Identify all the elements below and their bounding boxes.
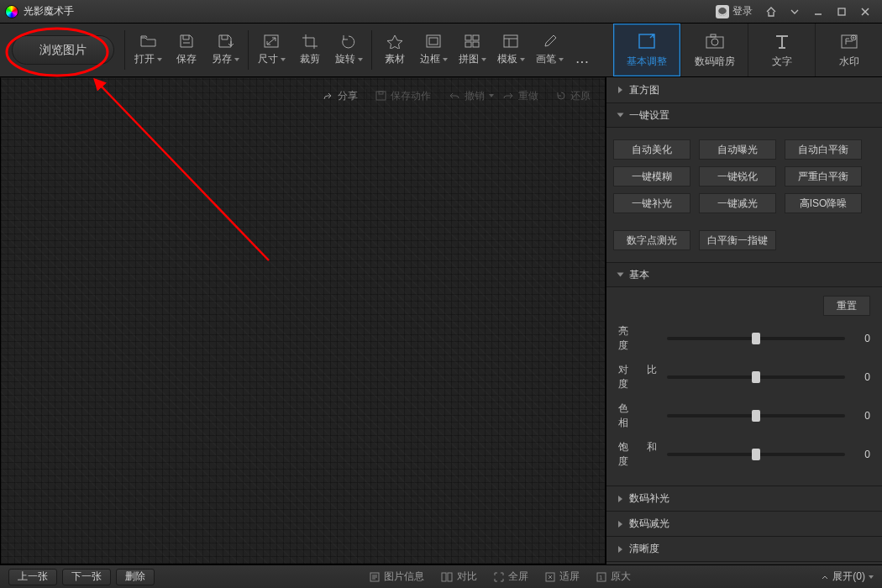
save-action-button[interactable]: 保存动作 — [375, 89, 431, 103]
fit-button[interactable]: 适屏 — [545, 570, 580, 584]
tab-basic-adjust[interactable]: 基本调整 — [613, 24, 680, 76]
slider-row-2: 色 相0 — [606, 396, 882, 435]
reset-button[interactable]: 重置 — [823, 296, 870, 316]
slider-value: 0 — [850, 449, 870, 460]
svg-rect-4 — [429, 38, 438, 45]
crop-icon — [302, 34, 318, 49]
app-title: 光影魔术手 — [24, 4, 74, 18]
section-histogram[interactable]: 直方图 — [606, 77, 882, 102]
login-button[interactable]: 登录 — [716, 4, 753, 18]
slider-row-0: 亮 度0 — [606, 319, 882, 358]
svg-rect-16 — [376, 92, 386, 100]
slider-value: 0 — [850, 410, 870, 422]
slider-label: 饱和度 — [618, 440, 662, 469]
slider-value: 0 — [850, 371, 870, 383]
slider-track[interactable] — [667, 453, 845, 456]
original-icon: 1 — [596, 572, 606, 582]
fullscreen-button[interactable]: 全屏 — [494, 570, 528, 584]
camera-icon — [705, 32, 725, 50]
redo-button[interactable]: 重做 — [502, 89, 538, 103]
section-digital-dim[interactable]: 数码减光 — [606, 511, 882, 536]
expand-button[interactable]: 展开(0) — [821, 570, 874, 584]
collage-button[interactable]: 拼图 — [453, 24, 491, 76]
oneclick-6[interactable]: 一键补光 — [613, 193, 690, 213]
section-sharpness[interactable]: 清晰度 — [606, 536, 882, 561]
oneclick-1[interactable]: 自动曝光 — [699, 139, 776, 160]
slider-track[interactable] — [667, 375, 845, 379]
watermark-icon — [839, 32, 859, 50]
svg-rect-20 — [448, 573, 452, 581]
collage-icon — [464, 34, 480, 49]
more-button[interactable]: ... — [569, 24, 597, 76]
oneclick-10[interactable]: 白平衡一指键 — [699, 230, 776, 250]
image-canvas[interactable] — [0, 77, 606, 564]
original-button[interactable]: 1原大 — [596, 570, 631, 584]
svg-rect-1 — [838, 8, 845, 15]
slider-thumb[interactable] — [752, 410, 760, 422]
crop-button[interactable]: 裁剪 — [291, 24, 329, 76]
slider-track[interactable] — [667, 337, 845, 340]
section-digital-fill[interactable]: 数码补光 — [606, 486, 882, 511]
size-button[interactable]: 尺寸 — [252, 24, 291, 76]
oneclick-9[interactable]: 数字点测光 — [613, 230, 690, 250]
svg-point-12 — [711, 39, 718, 45]
minimize-button[interactable] — [806, 3, 830, 21]
slider-thumb[interactable] — [752, 333, 760, 344]
open-button[interactable]: 打开 — [129, 24, 167, 76]
dropdown-button[interactable] — [783, 3, 806, 21]
browse-button[interactable]: 浏览图片 — [12, 35, 114, 65]
template-button[interactable]: 模板 — [491, 24, 530, 76]
image-info-button[interactable]: 图片信息 — [370, 570, 424, 584]
slider-label: 对比度 — [618, 363, 662, 391]
slider-value: 0 — [850, 333, 870, 344]
tab-darkroom[interactable]: 数码暗房 — [680, 24, 748, 76]
share-button[interactable]: 分享 — [322, 89, 358, 103]
svg-rect-6 — [473, 35, 479, 40]
svg-rect-8 — [473, 42, 479, 47]
disk-icon — [375, 91, 386, 101]
oneclick-7[interactable]: 一键减光 — [699, 193, 776, 213]
slider-track[interactable] — [667, 414, 845, 417]
material-icon — [386, 34, 403, 49]
fullscreen-icon — [494, 572, 504, 582]
compare-button[interactable]: 对比 — [441, 570, 477, 584]
brush-button[interactable]: 画笔 — [530, 24, 569, 76]
tab-watermark[interactable]: 水印 — [815, 24, 882, 76]
oneclick-2[interactable]: 自动白平衡 — [785, 139, 862, 160]
close-button[interactable] — [853, 3, 877, 21]
next-button[interactable]: 下一张 — [62, 569, 111, 585]
svg-rect-19 — [442, 573, 446, 581]
delete-button[interactable]: 删除 — [116, 569, 155, 585]
home-button[interactable] — [759, 3, 783, 21]
slider-thumb[interactable] — [752, 371, 760, 383]
svg-text:1: 1 — [599, 574, 603, 581]
fit-icon — [545, 572, 555, 582]
section-basic[interactable]: 基本 — [606, 262, 882, 287]
frame-button[interactable]: 边框 — [414, 24, 453, 76]
template-icon — [502, 34, 519, 49]
oneclick-3[interactable]: 一键模糊 — [613, 166, 690, 186]
app-logo — [5, 5, 18, 18]
tab-text[interactable]: 文字 — [748, 24, 815, 76]
brush-icon — [541, 34, 558, 49]
material-button[interactable]: 素材 — [375, 24, 414, 76]
slider-thumb[interactable] — [752, 449, 760, 460]
oneclick-8[interactable]: 高ISO降噪 — [785, 193, 862, 213]
svg-rect-7 — [465, 42, 471, 47]
adjust-icon — [637, 32, 657, 50]
oneclick-0[interactable]: 自动美化 — [613, 139, 690, 160]
section-one-click[interactable]: 一键设置 — [606, 102, 882, 128]
saveas-button[interactable]: 另存 — [206, 24, 244, 76]
prev-button[interactable]: 上一张 — [8, 569, 57, 585]
undo-icon — [449, 92, 460, 100]
restore-button[interactable]: 还原 — [556, 89, 591, 103]
oneclick-4[interactable]: 一键锐化 — [699, 166, 776, 186]
login-label: 登录 — [732, 4, 753, 18]
undo-button[interactable]: 撤销 — [449, 89, 494, 103]
rotate-button[interactable]: 旋转 — [329, 24, 368, 76]
maximize-button[interactable] — [830, 3, 853, 21]
oneclick-5[interactable]: 严重白平衡 — [785, 166, 862, 186]
save-button[interactable]: 保存 — [167, 24, 206, 76]
frame-icon — [425, 34, 442, 49]
svg-rect-5 — [465, 35, 471, 40]
